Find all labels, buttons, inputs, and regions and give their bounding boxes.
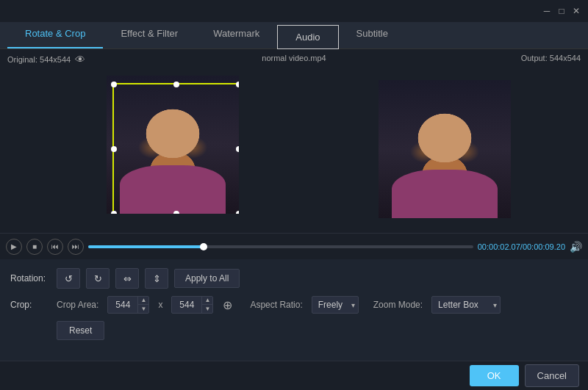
crop-handle-bl[interactable] [111, 211, 117, 214]
zoom-mode-wrapper: Letter Box Pan & Scan Full [431, 296, 501, 314]
height-up-button[interactable]: ▲ [202, 297, 212, 305]
crop-handle-bm[interactable] [173, 211, 179, 214]
reset-row: Reset [10, 321, 578, 340]
crop-height-input-group: ▲ ▼ [171, 296, 213, 314]
crop-handle-tl[interactable] [111, 82, 117, 87]
reset-button[interactable]: Reset [57, 321, 104, 340]
video-info-left: Original: 544x544 👁 [7, 54, 85, 65]
title-bar: ─ □ ✕ [0, 0, 588, 22]
original-preview [107, 76, 239, 214]
bottom-bar: OK Cancel [0, 361, 588, 390]
width-up-button[interactable]: ▲ [138, 297, 148, 305]
play-button[interactable]: ▶ [6, 239, 22, 255]
prev-frame-button[interactable]: ⏮ [47, 239, 63, 255]
crop-center-icon[interactable]: ⊕ [219, 297, 235, 313]
crop-height-input[interactable] [172, 297, 201, 312]
minimize-button[interactable]: ─ [541, 5, 553, 17]
width-spinners: ▲ ▼ [137, 297, 148, 313]
x-separator: x [158, 300, 162, 310]
crop-handle-tr[interactable] [236, 82, 239, 87]
eye-icon[interactable]: 👁 [75, 54, 85, 65]
tab-audio[interactable]: Audio [277, 25, 338, 49]
tab-rotate-crop[interactable]: Rotate & Crop [7, 22, 103, 48]
original-size-label: Original: 544x544 [7, 55, 71, 64]
preview-container [0, 49, 588, 233]
progress-thumb[interactable] [200, 243, 207, 250]
rotate-right-button[interactable]: ↻ [86, 268, 110, 289]
next-frame-button[interactable]: ⏭ [68, 239, 84, 255]
height-down-button[interactable]: ▼ [202, 305, 212, 313]
crop-box[interactable] [112, 83, 239, 214]
volume-icon[interactable]: 🔊 [570, 241, 582, 253]
tab-effect-filter[interactable]: Effect & Filter [103, 22, 196, 48]
video-area: Original: 544x544 👁 normal video.mp4 Out… [0, 49, 588, 233]
maximize-button[interactable]: □ [556, 5, 567, 17]
rotation-label: Rotation: [10, 273, 51, 284]
output-size-label: Output: 544x544 [521, 54, 581, 62]
crop-handle-br[interactable] [236, 211, 239, 214]
progress-fill [88, 245, 204, 248]
crop-row: Crop: Crop Area: ▲ ▼ x ▲ ▼ ⊕ Aspect Rati… [10, 296, 578, 314]
crop-area-label: Crop Area: [57, 300, 98, 310]
cancel-button[interactable]: Cancel [525, 364, 579, 387]
aspect-ratio-wrapper: Freely 16:9 4:3 1:1 [312, 296, 359, 314]
zoom-mode-select[interactable]: Letter Box Pan & Scan Full [431, 296, 501, 314]
crop-label: Crop: [10, 300, 51, 310]
width-down-button[interactable]: ▼ [138, 305, 148, 313]
aspect-ratio-label: Aspect Ratio: [250, 300, 302, 310]
tab-watermark[interactable]: Watermark [196, 22, 277, 48]
crop-handle-ml[interactable] [111, 146, 117, 152]
crop-width-input-group: ▲ ▼ [107, 296, 149, 314]
zoom-mode-label: Zoom Mode: [373, 300, 423, 310]
flip-vertical-button[interactable]: ⇕ [145, 268, 168, 289]
output-preview [379, 80, 511, 218]
crop-width-input[interactable] [108, 297, 137, 312]
ok-button[interactable]: OK [470, 365, 519, 386]
flip-horizontal-button[interactable]: ⇔ [115, 268, 139, 289]
preview-left [107, 76, 254, 223]
tabs-row: Rotate & Crop Effect & Filter Watermark … [0, 22, 588, 49]
crop-handle-tm[interactable] [173, 82, 179, 87]
controls-section: Rotation: ↺ ↻ ⇔ ⇕ Apply to All Crop: Cro… [0, 259, 588, 353]
rotation-row: Rotation: ↺ ↻ ⇔ ⇕ Apply to All [10, 268, 578, 289]
aspect-ratio-select[interactable]: Freely 16:9 4:3 1:1 [312, 296, 359, 314]
stop-button[interactable]: ■ [26, 239, 43, 255]
tab-subtitle[interactable]: Subtitle [339, 22, 406, 48]
height-spinners: ▲ ▼ [201, 297, 212, 313]
playback-bar: ▶ ■ ⏮ ⏭ 00:00:02.07/00:00:09.20 🔊 [0, 233, 588, 259]
apply-all-button[interactable]: Apply to All [174, 269, 240, 288]
video-filename: normal video.mp4 [262, 54, 326, 62]
progress-track[interactable] [88, 245, 473, 248]
crop-handle-mr[interactable] [236, 146, 239, 152]
rotate-left-button[interactable]: ↺ [57, 268, 80, 289]
close-button[interactable]: ✕ [570, 5, 582, 17]
time-display: 00:00:02.07/00:00:09.20 [478, 242, 565, 251]
